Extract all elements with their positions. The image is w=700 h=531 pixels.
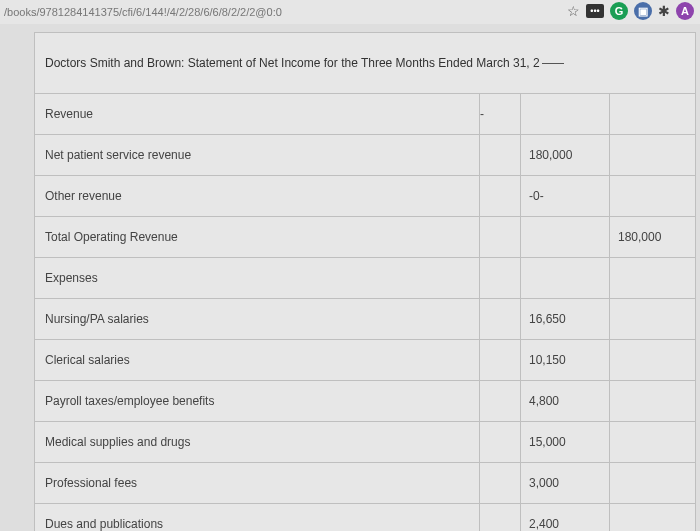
row-value-2 <box>609 135 695 175</box>
row-label: Total Operating Revenue <box>35 230 479 244</box>
row-mid <box>479 299 520 339</box>
row-label: Payroll taxes/employee benefits <box>35 394 479 408</box>
row-value-2 <box>609 504 695 531</box>
row-value-1 <box>520 258 609 298</box>
row-label: Revenue <box>35 107 479 121</box>
extension-grammarly-icon[interactable]: G <box>610 2 628 20</box>
table-row: Other revenue -0- <box>35 176 695 217</box>
row-value-1: 16,650 <box>520 299 609 339</box>
table-row: Professional fees 3,000 <box>35 463 695 504</box>
row-label: Dues and publications <box>35 517 479 531</box>
row-value-1: 180,000 <box>520 135 609 175</box>
row-value-2 <box>609 422 695 462</box>
year-blank <box>542 63 564 64</box>
statement-title: Doctors Smith and Brown: Statement of Ne… <box>45 56 540 70</box>
bookmark-star-icon[interactable]: ☆ <box>567 3 580 19</box>
row-value-1: -0- <box>520 176 609 216</box>
table-row: Total Operating Revenue 180,000 <box>35 217 695 258</box>
row-label: Professional fees <box>35 476 479 490</box>
row-value-1: 2,400 <box>520 504 609 531</box>
row-value-2 <box>609 258 695 298</box>
row-mid <box>479 463 520 503</box>
profile-avatar-icon[interactable]: A <box>676 2 694 20</box>
table-row: Clerical salaries 10,150 <box>35 340 695 381</box>
reader-icon[interactable]: ••• <box>586 4 604 18</box>
row-mid <box>479 217 520 257</box>
table-row: Expenses <box>35 258 695 299</box>
row-mid <box>479 381 520 421</box>
row-label: Medical supplies and drugs <box>35 435 479 449</box>
row-mid: - <box>479 94 520 134</box>
row-value-2 <box>609 463 695 503</box>
row-label: Clerical salaries <box>35 353 479 367</box>
row-label: Expenses <box>35 271 479 285</box>
toolbar-icons: ☆ ••• G ▣ ✱ A <box>567 2 694 20</box>
row-mid <box>479 258 520 298</box>
row-mid <box>479 504 520 531</box>
extension-screenshot-icon[interactable]: ▣ <box>634 2 652 20</box>
table-row: Payroll taxes/employee benefits 4,800 <box>35 381 695 422</box>
row-mid <box>479 422 520 462</box>
row-value-2 <box>609 94 695 134</box>
row-value-1 <box>520 217 609 257</box>
row-label: Net patient service revenue <box>35 148 479 162</box>
income-statement-table: Doctors Smith and Brown: Statement of Ne… <box>34 32 696 531</box>
table-row: Dues and publications 2,400 <box>35 504 695 531</box>
row-label: Nursing/PA salaries <box>35 312 479 326</box>
row-value-1: 15,000 <box>520 422 609 462</box>
row-value-1 <box>520 94 609 134</box>
row-value-2 <box>609 176 695 216</box>
table-row: Revenue - <box>35 94 695 135</box>
row-value-1: 10,150 <box>520 340 609 380</box>
statement-title-row: Doctors Smith and Brown: Statement of Ne… <box>35 33 695 94</box>
table-row: Nursing/PA salaries 16,650 <box>35 299 695 340</box>
table-row: Net patient service revenue 180,000 <box>35 135 695 176</box>
row-mid <box>479 176 520 216</box>
row-value-2 <box>609 340 695 380</box>
row-value-2: 180,000 <box>609 217 695 257</box>
row-mid <box>479 135 520 175</box>
page-background: Doctors Smith and Brown: Statement of Ne… <box>0 24 700 531</box>
row-value-2 <box>609 381 695 421</box>
extensions-puzzle-icon[interactable]: ✱ <box>658 3 670 19</box>
row-value-1: 3,000 <box>520 463 609 503</box>
row-label: Other revenue <box>35 189 479 203</box>
row-mid <box>479 340 520 380</box>
row-value-2 <box>609 299 695 339</box>
browser-address-bar: /books/9781284141375/cfi/6/144!/4/2/28/6… <box>0 0 700 24</box>
address-text: /books/9781284141375/cfi/6/144!/4/2/28/6… <box>4 6 282 18</box>
row-value-1: 4,800 <box>520 381 609 421</box>
table-row: Medical supplies and drugs 15,000 <box>35 422 695 463</box>
